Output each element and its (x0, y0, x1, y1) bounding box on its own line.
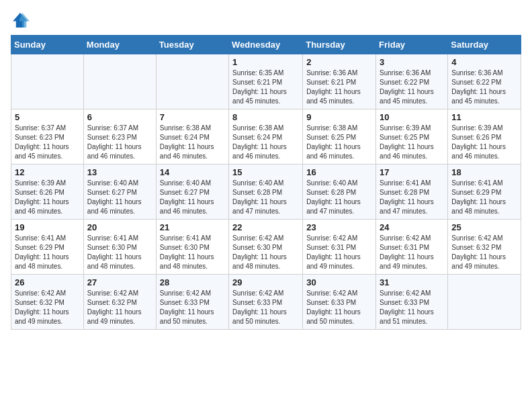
day-info: Sunrise: 6:40 AM Sunset: 6:28 PM Dayligh… (232, 179, 299, 216)
day-info: Sunrise: 6:42 AM Sunset: 6:33 PM Dayligh… (160, 289, 225, 326)
day-info: Sunrise: 6:39 AM Sunset: 6:26 PM Dayligh… (15, 179, 80, 216)
calendar-cell: 30Sunrise: 6:42 AM Sunset: 6:33 PM Dayli… (303, 275, 376, 330)
calendar-week-3: 12Sunrise: 6:39 AM Sunset: 6:26 PM Dayli… (11, 165, 521, 220)
calendar-cell: 14Sunrise: 6:40 AM Sunset: 6:27 PM Dayli… (156, 165, 228, 220)
day-info: Sunrise: 6:35 AM Sunset: 6:21 PM Dayligh… (232, 68, 299, 106)
day-info: Sunrise: 6:40 AM Sunset: 6:27 PM Dayligh… (87, 179, 152, 216)
calendar-cell (11, 54, 84, 109)
day-number: 21 (160, 222, 225, 232)
day-info: Sunrise: 6:37 AM Sunset: 6:23 PM Dayligh… (87, 124, 152, 161)
day-header-monday: Monday (83, 36, 156, 54)
calendar-cell: 15Sunrise: 6:40 AM Sunset: 6:28 PM Dayli… (229, 165, 303, 220)
calendar-cell: 7Sunrise: 6:38 AM Sunset: 6:24 PM Daylig… (156, 109, 228, 165)
day-number: 27 (87, 277, 152, 287)
calendar-week-4: 19Sunrise: 6:41 AM Sunset: 6:29 PM Dayli… (11, 220, 521, 275)
day-info: Sunrise: 6:42 AM Sunset: 6:33 PM Dayligh… (306, 289, 372, 326)
calendar-cell: 29Sunrise: 6:42 AM Sunset: 6:33 PM Dayli… (229, 275, 303, 330)
calendar-cell: 11Sunrise: 6:39 AM Sunset: 6:26 PM Dayli… (448, 109, 521, 165)
day-header-sunday: Sunday (11, 36, 84, 54)
day-info: Sunrise: 6:42 AM Sunset: 6:32 PM Dayligh… (15, 289, 80, 326)
day-info: Sunrise: 6:42 AM Sunset: 6:32 PM Dayligh… (451, 234, 517, 271)
calendar-cell: 28Sunrise: 6:42 AM Sunset: 6:33 PM Dayli… (156, 275, 228, 330)
day-number: 6 (87, 112, 152, 122)
day-number: 26 (15, 277, 80, 287)
calendar-cell (448, 275, 521, 330)
day-number: 2 (306, 57, 372, 67)
day-info: Sunrise: 6:38 AM Sunset: 6:25 PM Dayligh… (306, 124, 372, 161)
day-number: 29 (232, 277, 299, 287)
calendar-cell: 16Sunrise: 6:40 AM Sunset: 6:28 PM Dayli… (303, 165, 376, 220)
calendar-cell: 20Sunrise: 6:41 AM Sunset: 6:30 PM Dayli… (83, 220, 156, 275)
day-number: 4 (451, 57, 517, 67)
day-header-wednesday: Wednesday (229, 36, 303, 54)
calendar-cell: 3Sunrise: 6:36 AM Sunset: 6:22 PM Daylig… (376, 54, 448, 109)
day-number: 24 (380, 222, 444, 232)
day-number: 23 (306, 222, 372, 232)
calendar-cell: 9Sunrise: 6:38 AM Sunset: 6:25 PM Daylig… (303, 109, 376, 165)
calendar-cell: 26Sunrise: 6:42 AM Sunset: 6:32 PM Dayli… (11, 275, 84, 330)
day-number: 15 (232, 167, 299, 177)
day-info: Sunrise: 6:36 AM Sunset: 6:22 PM Dayligh… (451, 68, 517, 106)
day-number: 19 (15, 222, 80, 232)
day-info: Sunrise: 6:40 AM Sunset: 6:27 PM Dayligh… (160, 179, 225, 216)
calendar-week-5: 26Sunrise: 6:42 AM Sunset: 6:32 PM Dayli… (11, 275, 521, 330)
calendar-cell: 27Sunrise: 6:42 AM Sunset: 6:32 PM Dayli… (83, 275, 156, 330)
day-info: Sunrise: 6:39 AM Sunset: 6:26 PM Dayligh… (451, 124, 517, 161)
day-info: Sunrise: 6:38 AM Sunset: 6:24 PM Dayligh… (232, 124, 299, 161)
day-number: 17 (380, 167, 444, 177)
day-info: Sunrise: 6:42 AM Sunset: 6:33 PM Dayligh… (380, 289, 444, 326)
day-info: Sunrise: 6:42 AM Sunset: 6:30 PM Dayligh… (232, 234, 299, 271)
day-number: 16 (306, 167, 372, 177)
day-number: 31 (380, 277, 444, 287)
calendar-cell: 19Sunrise: 6:41 AM Sunset: 6:29 PM Dayli… (11, 220, 84, 275)
calendar-cell: 25Sunrise: 6:42 AM Sunset: 6:32 PM Dayli… (448, 220, 521, 275)
day-info: Sunrise: 6:42 AM Sunset: 6:31 PM Dayligh… (306, 234, 372, 271)
day-header-tuesday: Tuesday (156, 36, 228, 54)
day-info: Sunrise: 6:40 AM Sunset: 6:28 PM Dayligh… (306, 179, 372, 216)
day-info: Sunrise: 6:36 AM Sunset: 6:22 PM Dayligh… (380, 68, 444, 106)
calendar-week-1: 1Sunrise: 6:35 AM Sunset: 6:21 PM Daylig… (11, 54, 521, 109)
day-number: 25 (451, 222, 517, 232)
calendar-cell: 23Sunrise: 6:42 AM Sunset: 6:31 PM Dayli… (303, 220, 376, 275)
day-number: 30 (306, 277, 372, 287)
day-number: 10 (380, 112, 444, 122)
logo-icon (11, 11, 30, 30)
day-info: Sunrise: 6:38 AM Sunset: 6:24 PM Dayligh… (160, 124, 225, 161)
day-number: 14 (160, 167, 225, 177)
day-number: 11 (451, 112, 517, 122)
calendar-header: SundayMondayTuesdayWednesdayThursdayFrid… (11, 36, 521, 54)
calendar-cell: 4Sunrise: 6:36 AM Sunset: 6:22 PM Daylig… (448, 54, 521, 109)
day-number: 5 (15, 112, 80, 122)
calendar-cell: 12Sunrise: 6:39 AM Sunset: 6:26 PM Dayli… (11, 165, 84, 220)
calendar-cell: 13Sunrise: 6:40 AM Sunset: 6:27 PM Dayli… (83, 165, 156, 220)
logo (11, 11, 32, 30)
calendar-cell: 31Sunrise: 6:42 AM Sunset: 6:33 PM Dayli… (376, 275, 448, 330)
day-info: Sunrise: 6:41 AM Sunset: 6:30 PM Dayligh… (160, 234, 225, 271)
calendar-cell (83, 54, 156, 109)
day-header-friday: Friday (376, 36, 448, 54)
calendar-cell: 17Sunrise: 6:41 AM Sunset: 6:28 PM Dayli… (376, 165, 448, 220)
day-number: 9 (306, 112, 372, 122)
calendar-cell: 10Sunrise: 6:39 AM Sunset: 6:25 PM Dayli… (376, 109, 448, 165)
calendar-body: 1Sunrise: 6:35 AM Sunset: 6:21 PM Daylig… (11, 54, 521, 330)
day-info: Sunrise: 6:41 AM Sunset: 6:28 PM Dayligh… (380, 179, 444, 216)
day-header-saturday: Saturday (448, 36, 521, 54)
day-info: Sunrise: 6:41 AM Sunset: 6:29 PM Dayligh… (15, 234, 80, 271)
day-number: 8 (232, 112, 299, 122)
day-number: 13 (87, 167, 152, 177)
day-number: 28 (160, 277, 225, 287)
day-info: Sunrise: 6:42 AM Sunset: 6:32 PM Dayligh… (87, 289, 152, 326)
day-info: Sunrise: 6:42 AM Sunset: 6:31 PM Dayligh… (380, 234, 444, 271)
day-number: 3 (380, 57, 444, 67)
day-info: Sunrise: 6:41 AM Sunset: 6:29 PM Dayligh… (451, 179, 517, 216)
day-info: Sunrise: 6:37 AM Sunset: 6:23 PM Dayligh… (15, 124, 80, 161)
calendar-cell: 18Sunrise: 6:41 AM Sunset: 6:29 PM Dayli… (448, 165, 521, 220)
day-info: Sunrise: 6:42 AM Sunset: 6:33 PM Dayligh… (232, 289, 299, 326)
calendar-cell: 22Sunrise: 6:42 AM Sunset: 6:30 PM Dayli… (229, 220, 303, 275)
calendar-cell: 8Sunrise: 6:38 AM Sunset: 6:24 PM Daylig… (229, 109, 303, 165)
day-info: Sunrise: 6:39 AM Sunset: 6:25 PM Dayligh… (380, 124, 444, 161)
day-number: 20 (87, 222, 152, 232)
day-number: 7 (160, 112, 225, 122)
day-header-thursday: Thursday (303, 36, 376, 54)
calendar-cell: 21Sunrise: 6:41 AM Sunset: 6:30 PM Dayli… (156, 220, 228, 275)
